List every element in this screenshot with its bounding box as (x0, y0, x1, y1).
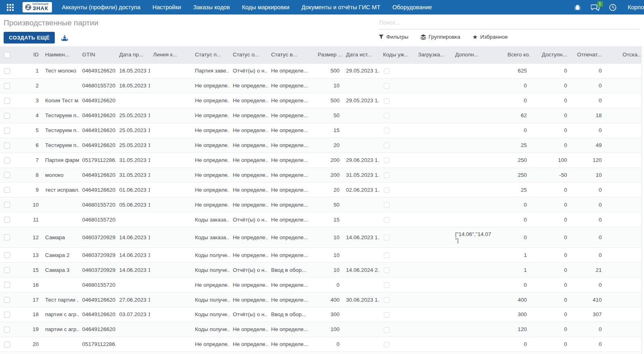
row-select-checkbox[interactable] (4, 327, 10, 333)
grouping-button[interactable]: Группировка (420, 34, 460, 40)
nav-item-2[interactable]: Заказы кодов (187, 0, 236, 14)
export-button[interactable] (61, 35, 68, 41)
column-header-id[interactable]: ID (19, 46, 42, 63)
column-header-production_date[interactable]: Дата пр... (116, 46, 150, 63)
codes-used-checkbox[interactable] (384, 253, 389, 258)
codes-used-checkbox[interactable] (384, 113, 389, 118)
table-row[interactable]: 204680155720...16.05.2023 1...Не определ… (0, 78, 644, 93)
create-more-button[interactable]: СОЗДАТЬ ЕЩЁ (4, 32, 55, 43)
codes-used-checkbox[interactable] (384, 187, 389, 193)
table-row[interactable]: 1604680155720...Не определе...Не определ… (0, 277, 644, 292)
row-select-checkbox[interactable] (4, 83, 10, 89)
search-input[interactable] (379, 17, 640, 29)
table-row[interactable]: 12Самара04603720929...14.06.2023 1...Код… (0, 227, 644, 248)
codes-used-checkbox[interactable] (384, 202, 389, 208)
table-row[interactable]: 19партии с агр...04649126620...Коды полу… (0, 322, 644, 337)
row-select-checkbox[interactable] (4, 172, 10, 178)
codes-used-checkbox[interactable] (384, 172, 389, 178)
codes-used-checkbox[interactable] (384, 217, 389, 223)
row-select-checkbox[interactable] (4, 217, 10, 223)
table-row[interactable]: 2134534534534...04649126620...Коды получ… (0, 352, 644, 354)
table-row[interactable]: 4Тестируем п...04649126620...25.05.2023 … (0, 108, 644, 123)
row-select-checkbox[interactable] (4, 143, 10, 149)
table-row[interactable]: 7Партия фарма05179112286...31.05.2023 1.… (0, 153, 644, 168)
codes-used-checkbox[interactable] (384, 157, 389, 163)
column-header-intro_status[interactable]: Статус в... (268, 46, 315, 63)
nav-item-1[interactable]: Настройки (147, 0, 187, 14)
column-header-available[interactable]: Доступн... (530, 46, 570, 63)
row-select-checkbox[interactable] (4, 98, 10, 104)
column-header-size[interactable]: Размер ... (315, 46, 343, 63)
codes-used-checkbox[interactable] (384, 297, 389, 303)
codes-used-checkbox[interactable] (384, 267, 389, 273)
favorites-button[interactable]: ★ Избранное (472, 34, 508, 40)
table-row[interactable]: 5Тестируем п...04649126620...25.05.2023 … (0, 123, 644, 138)
column-header-upload[interactable]: Загрузка... (415, 46, 452, 63)
table-row[interactable]: 13Самара 204603720929...14.06.2023 1...К… (0, 248, 644, 263)
codes-used-checkbox[interactable] (384, 312, 389, 318)
row-select-checkbox[interactable] (4, 234, 10, 240)
nav-item-4[interactable]: Документы и отчёты ГИС МТ (296, 0, 387, 14)
column-header-scanned[interactable]: Отска... (605, 46, 644, 63)
codes-used-checkbox[interactable] (384, 98, 389, 104)
filters-button[interactable]: Фильтры (379, 34, 408, 40)
row-select-checkbox[interactable] (4, 267, 10, 273)
table-row[interactable]: 3Копия Тест м...04649126620...Не определ… (0, 93, 644, 108)
user-menu[interactable]: Корпо (624, 4, 644, 10)
row-select-checkbox[interactable] (4, 113, 10, 119)
row-select-checkbox[interactable] (4, 252, 10, 258)
table-row[interactable]: 1104680155720...Коды заказа...Отчёт(ы) о… (0, 212, 644, 227)
column-header-printed[interactable]: Отпечат... (570, 46, 605, 63)
table-row[interactable]: 1004680155720...05.06.2023 1...Не опреде… (0, 197, 644, 212)
column-header-select[interactable] (0, 46, 19, 63)
brand-logo[interactable]: КОРПОРАЦИЯ ЗНАК (23, 2, 52, 12)
row-select-checkbox[interactable] (4, 68, 10, 74)
column-header-total_codes[interactable]: Всего ко... (504, 46, 530, 63)
column-header-name[interactable]: Наимен... (42, 46, 79, 63)
column-header-codes_used[interactable]: Коды уж... (380, 46, 415, 63)
codes-used-checkbox[interactable] (384, 143, 389, 148)
row-select-checkbox[interactable] (4, 297, 10, 303)
table-row[interactable]: 9тест исправл...04649126620...01.06.2023… (0, 182, 644, 197)
table-row[interactable]: 18партия с агр...04649126620...03.07.202… (0, 307, 644, 322)
cell-size: 20 (315, 182, 343, 197)
row-select-checkbox[interactable] (4, 157, 10, 164)
nav-item-0[interactable]: Аккаунты (профили) доступа (56, 0, 147, 14)
table-row[interactable]: 17Тест партии ...04649126620...27.06.202… (0, 292, 644, 307)
codes-used-checkbox[interactable] (384, 68, 389, 74)
table-row[interactable]: 8молоко04649126620...31.05.2023 1...Не о… (0, 168, 644, 182)
codes-used-checkbox[interactable] (384, 282, 389, 288)
row-select-checkbox[interactable] (4, 128, 10, 134)
codes-used-checkbox[interactable] (384, 327, 389, 333)
table-row[interactable]: 1Тест молоко04649126620...16.05.2023 1..… (0, 63, 644, 78)
select-all-checkbox[interactable] (4, 52, 10, 58)
column-header-gtin[interactable]: GTIN (79, 46, 116, 63)
codes-used-checkbox[interactable] (384, 235, 389, 240)
row-select-checkbox[interactable] (4, 342, 10, 348)
table-row[interactable]: 2005179112286...Не определе...Не определ… (0, 337, 644, 352)
table-row[interactable]: 6Тестируем п...04649126620...25.05.2023 … (0, 138, 644, 153)
column-header-batch_status[interactable]: Статус п... (192, 46, 230, 63)
nav-item-5[interactable]: Оборудование (386, 0, 438, 14)
row-select-checkbox[interactable] (4, 282, 10, 288)
codes-used-checkbox[interactable] (384, 83, 389, 89)
column-header-report_status[interactable]: Статус о... (230, 46, 268, 63)
apps-grid-icon[interactable] (3, 0, 17, 14)
codes-used-checkbox[interactable] (384, 128, 389, 133)
vertical-scrollbar[interactable] (641, 46, 644, 354)
bug-report-button[interactable] (571, 0, 584, 14)
cell-additional (452, 263, 504, 277)
nav-item-3[interactable]: Коды маркировки (236, 0, 296, 14)
cell-production_date (116, 337, 150, 352)
column-header-additional[interactable]: Дополн... (452, 46, 504, 63)
history-button[interactable] (606, 0, 620, 14)
column-header-line[interactable]: Линия к... (150, 46, 192, 63)
row-select-checkbox[interactable] (4, 202, 10, 208)
messages-button[interactable]: 1 (588, 0, 602, 14)
cell-size: 10 (315, 248, 343, 263)
codes-used-checkbox[interactable] (384, 342, 389, 348)
column-header-expiry_date[interactable]: Дата ист... (343, 46, 380, 63)
row-select-checkbox[interactable] (4, 187, 10, 193)
row-select-checkbox[interactable] (4, 312, 10, 318)
table-row[interactable]: 15Самара 304603720929...14.06.2023 1...К… (0, 263, 644, 277)
